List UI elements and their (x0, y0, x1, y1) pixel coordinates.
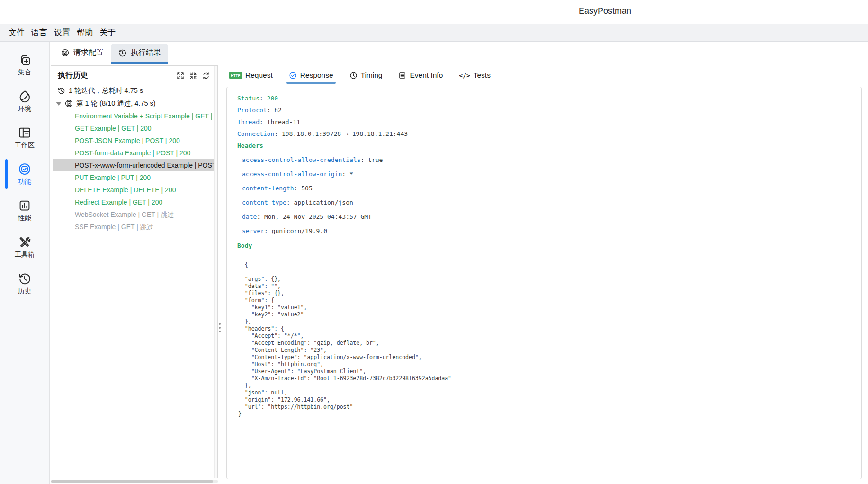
headers-section-label: Headers (237, 140, 852, 152)
workspace-icon (18, 125, 32, 140)
title-bar: EasyPostman (0, 0, 868, 24)
result-tree-row[interactable]: PUT Example | PUT | 200 (53, 171, 214, 184)
history-panel-header: 执行历史 (51, 66, 217, 82)
result-tree-row[interactable]: Environment Variable + Script Example | … (53, 110, 214, 122)
tab-request[interactable]: HTTP Request (229, 71, 273, 80)
response-meta-line: Protocol: h2 (237, 104, 852, 116)
menu-bar: 文件 语言 设置 帮助 关于 (0, 24, 868, 42)
history-panel-title: 执行历史 (58, 71, 88, 81)
collapse-all-icon[interactable] (189, 72, 197, 80)
app-window: EasyPostman 文件 语言 设置 帮助 关于 集合 环境 工作区 (0, 0, 868, 484)
tab-label: Response (300, 71, 333, 80)
tab-event-info[interactable]: Event Info (398, 71, 443, 80)
sidebar-item-collections[interactable]: 集合 (0, 46, 49, 83)
response-meta-line: Thread: Thread-11 (237, 116, 852, 128)
response-header-line: access-control-allow-origin: * (242, 167, 852, 181)
collections-icon (18, 53, 32, 67)
tab-label: Timing (361, 71, 383, 80)
execution-history-panel: 执行历史 1 轮迭代，总耗时 4.75 s 第 1 轮 (8/10 通过, 4.… (51, 65, 218, 478)
sidebar-item-features[interactable]: 功能 (0, 156, 49, 192)
sidebar-item-label: 性能 (18, 214, 31, 223)
app-title: EasyPostman (579, 6, 631, 16)
tools-icon (18, 235, 32, 249)
menu-item[interactable]: 文件 (5, 24, 28, 42)
sidebar-item-label: 集合 (18, 68, 31, 77)
history-clock-icon (57, 87, 65, 95)
menu-item[interactable]: 关于 (96, 24, 119, 42)
tab-label: Event Info (410, 71, 443, 80)
iteration-summary: 1 轮迭代，总耗时 4.75 s (51, 84, 217, 97)
result-tree-row[interactable]: Redirect Example | GET | 200 (53, 196, 214, 208)
body-section-label: Body (237, 240, 852, 251)
menu-item[interactable]: 帮助 (73, 24, 96, 42)
result-tree-row[interactable]: POST-form-data Example | POST | 200 (53, 147, 214, 159)
splitter-handle-icon[interactable] (219, 323, 221, 332)
response-body-json: { "args": {}, "data": "", "files": {}, "… (237, 261, 852, 418)
result-tree-row[interactable]: POST-JSON Example | POST | 200 (53, 134, 214, 147)
round-node[interactable]: 第 1 轮 (8/10 通过, 4.75 s) (51, 97, 217, 110)
sidebar-item-label: 工具箱 (15, 251, 35, 259)
response-header-line: access-control-allow-credentials: true (242, 153, 852, 167)
result-tree-row[interactable]: GET Example | GET | 200 (53, 122, 214, 134)
leaf-icon (18, 89, 32, 103)
sidebar-item-history[interactable]: 历史 (0, 265, 49, 302)
tab-request-config[interactable]: 请求配置 (54, 44, 111, 62)
tab-response[interactable]: Response (289, 71, 333, 80)
menu-item[interactable]: 设置 (51, 24, 73, 42)
response-detail-box: Status: 200 Protocol: h2 Thread: Thread-… (226, 87, 862, 479)
response-header-line: date: Mon, 24 Nov 2025 04:43:57 GMT (242, 210, 852, 224)
sidebar-item-label: 工作区 (15, 141, 35, 150)
clock-icon (349, 72, 358, 80)
response-header-line: server: gunicorn/19.9.0 (242, 224, 852, 238)
tab-label: Tests (474, 71, 491, 80)
sidebar-item-label: 环境 (18, 105, 31, 113)
menu-item[interactable]: 语言 (28, 24, 51, 42)
sidebar-item-environments[interactable]: 环境 (0, 83, 49, 119)
sidebar-item-label: 历史 (18, 287, 31, 296)
sidebar-item-performance[interactable]: 性能 (0, 192, 49, 229)
tab-exec-result[interactable]: 执行结果 (111, 44, 168, 62)
result-tree-row[interactable]: WebSocket Example | GET | 跳过 (53, 208, 214, 221)
activity-sidebar: 集合 环境 工作区 功能 性能 工具箱 历史 (0, 42, 50, 484)
sidebar-item-toolbox[interactable]: 工具箱 (0, 229, 49, 265)
vertical-scrollbar[interactable] (214, 66, 217, 478)
bar-chart-icon (18, 198, 32, 213)
tab-label: 请求配置 (73, 48, 104, 58)
response-header-line: content-length: 505 (242, 181, 852, 196)
circle-check-icon (18, 162, 32, 176)
tree-expander-icon[interactable] (56, 102, 62, 106)
response-tab-bar: HTTP Request Response Timing Event Info … (224, 66, 868, 85)
response-pane: HTTP Request Response Timing Event Info … (224, 65, 868, 484)
main-tab-strip: 请求配置 执行结果 (50, 42, 868, 64)
response-meta-line: Status: 200 (237, 92, 852, 104)
tab-label: 执行结果 (131, 48, 161, 58)
response-meta-line: Connection: 198.18.0.1:39728 → 198.18.1.… (237, 128, 852, 140)
check-circle-icon (289, 72, 297, 80)
sidebar-item-label: 功能 (18, 178, 31, 186)
response-headers: access-control-allow-credentials: true a… (237, 153, 852, 238)
history-clock-icon (18, 271, 32, 286)
result-tree-row[interactable]: SSE Example | GET | 跳过 (53, 221, 214, 233)
horizontal-scrollbar[interactable] (51, 480, 218, 483)
response-meta: Status: 200 Protocol: h2 Thread: Thread-… (237, 92, 852, 140)
result-tree-row[interactable]: POST-x-www-form-urlencoded Example | POS… (53, 159, 214, 171)
round-label: 第 1 轮 (8/10 通过, 4.75 s) (76, 99, 156, 108)
circle-check-icon (64, 99, 73, 108)
iteration-summary-text: 1 轮迭代，总耗时 4.75 s (69, 86, 143, 95)
scrollbar-thumb[interactable] (51, 480, 213, 483)
sidebar-item-workspace[interactable]: 工作区 (0, 119, 49, 156)
response-header-line: content-type: application/json (242, 196, 852, 210)
result-tree: Environment Variable + Script Example | … (51, 110, 217, 233)
refresh-icon[interactable] (202, 72, 210, 80)
event-list-icon (398, 72, 406, 80)
result-tree-row[interactable]: DELETE Example | DELETE | 200 (53, 184, 214, 196)
code-icon: </> (459, 72, 470, 79)
expand-all-icon[interactable] (177, 72, 184, 80)
tab-label: Request (245, 71, 273, 80)
history-clock-icon (118, 48, 127, 57)
circle-check-icon (61, 48, 70, 57)
tab-tests[interactable]: </> Tests (459, 71, 491, 80)
tab-timing[interactable]: Timing (349, 71, 383, 80)
http-badge-icon: HTTP (229, 72, 242, 79)
